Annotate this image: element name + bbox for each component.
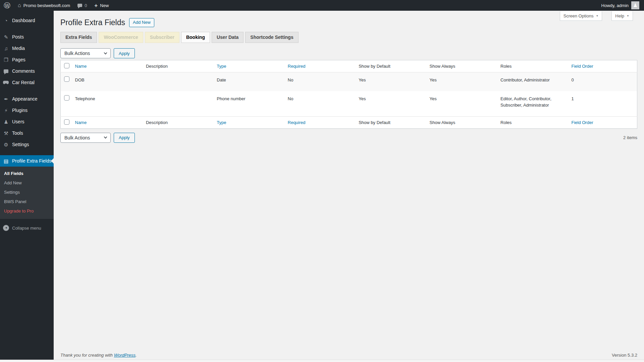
column-header-name[interactable]: Name xyxy=(75,120,87,125)
table-footer: Name Description Type Required Show by D… xyxy=(61,116,637,128)
column-header-field-order[interactable]: Field Order xyxy=(571,120,593,125)
sidebar-item-plugins[interactable]: ⚡ Plugins xyxy=(0,105,54,116)
plus-icon: + xyxy=(94,3,98,8)
profile-extra-fields-icon: ▤ xyxy=(0,159,12,164)
collapse-menu-label: Collapse menu xyxy=(12,226,41,231)
submenu-item-upgrade-to-pro[interactable]: Upgrade to Pro xyxy=(0,206,54,216)
row-checkbox[interactable] xyxy=(64,95,69,101)
select-all-checkbox[interactable] xyxy=(64,119,69,125)
cell-show-always: Yes xyxy=(426,91,497,117)
tab-shortcode-settings[interactable]: Shortcode Settings xyxy=(245,32,298,43)
account-menu[interactable]: Howdy, admin ♟ xyxy=(601,0,644,11)
table-body: DOB Date No Yes Yes Contributor, Adminis… xyxy=(61,72,637,117)
column-header-roles: Roles xyxy=(500,64,512,69)
help-button[interactable]: Help ▼ xyxy=(611,11,633,21)
pages-icon: ❐ xyxy=(0,57,12,62)
bulk-actions-select[interactable]: Bulk Actions xyxy=(60,48,111,58)
sidebar-item-pages[interactable]: ❐ Pages xyxy=(0,54,54,65)
sidebar-item-posts[interactable]: ✎ Posts xyxy=(0,31,54,43)
chevron-down-icon: ▼ xyxy=(596,15,598,17)
screen-meta: Screen Options ▼ Help ▼ xyxy=(560,11,633,21)
collapse-arrow-glyph: ◄ xyxy=(5,227,7,229)
comment-bubble-icon xyxy=(77,4,82,7)
comments-menu[interactable]: 0 xyxy=(74,0,91,11)
column-header-description: Description xyxy=(146,64,168,69)
select-all-checkbox[interactable] xyxy=(64,63,69,68)
column-header-name[interactable]: Name xyxy=(75,64,87,69)
tab-woocommerce[interactable]: WooCommerce xyxy=(99,32,143,43)
collapse-menu-button[interactable]: ◄ Collapse menu xyxy=(0,222,54,234)
row-checkbox[interactable] xyxy=(64,76,69,82)
cell-field-order: 1 xyxy=(568,91,637,117)
sidebar-item-users[interactable]: ♟ Users xyxy=(0,116,54,127)
add-new-button[interactable]: Add New xyxy=(129,18,154,27)
submenu-item-settings[interactable]: Settings xyxy=(0,188,54,197)
footer-thanks: Thank you for creating with WordPress. xyxy=(60,353,137,358)
column-header-field-order[interactable]: Field Order xyxy=(571,64,593,69)
wordpress-logo-menu[interactable]: Ⓦ xyxy=(0,0,14,11)
cell-description xyxy=(143,91,213,117)
cell-field-order: 0 xyxy=(568,72,637,91)
column-header-show-always: Show Always xyxy=(430,120,455,125)
chevron-down-icon: ▼ xyxy=(627,15,629,17)
site-name-menu[interactable]: ⌂ Promo bestwebsoft.com xyxy=(14,0,74,11)
sidebar-item-dashboard[interactable]: ◔ Dashboard xyxy=(0,15,54,26)
table-row: DOB Date No Yes Yes Contributor, Adminis… xyxy=(61,72,637,91)
sidebar-item-label: Profile Extra Fields xyxy=(12,158,51,164)
admin-sidebar: ◔ Dashboard ✎ Posts ♫ Media ❐ Pages Comm… xyxy=(0,11,54,360)
menu-separator xyxy=(0,152,54,154)
screen-options-label: Screen Options xyxy=(564,13,594,18)
wordpress-logo-icon: Ⓦ xyxy=(4,2,10,9)
sidebar-item-profile-extra-fields[interactable]: ▤ Profile Extra Fields xyxy=(0,155,54,167)
column-header-required[interactable]: Required xyxy=(288,64,306,69)
column-header-required[interactable]: Required xyxy=(288,120,306,125)
site-name-label: Promo bestwebsoft.com xyxy=(23,3,70,8)
column-header-show-by-default: Show by Default xyxy=(359,64,390,69)
tab-user-data[interactable]: User Data xyxy=(212,32,244,43)
sidebar-item-car-rental[interactable]: Car Rental xyxy=(0,77,54,88)
new-label: New xyxy=(100,3,109,8)
submenu-item-bws-panel[interactable]: BWS Panel xyxy=(0,197,54,206)
bulk-actions-group: Bulk Actions Apply xyxy=(60,48,135,58)
table-row: Telephone Phone number No Yes Yes Editor… xyxy=(61,91,637,117)
column-header-type[interactable]: Type xyxy=(217,64,226,69)
bulk-actions-selected: Bulk Actions xyxy=(64,51,90,56)
submenu-item-add-new[interactable]: Add New xyxy=(0,178,54,188)
sidebar-item-label: Dashboard xyxy=(12,18,35,23)
sidebar-item-media[interactable]: ♫ Media xyxy=(0,43,54,54)
table-nav-bottom: Bulk Actions Apply 2 items xyxy=(60,133,637,143)
wordpress-link[interactable]: WordPress xyxy=(114,353,136,358)
submenu-item-all-fields[interactable]: All Fields xyxy=(0,169,54,178)
screen-options-button[interactable]: Screen Options ▼ xyxy=(560,11,602,21)
apply-button[interactable]: Apply xyxy=(114,133,135,143)
dashboard-icon: ◔ xyxy=(0,18,12,23)
sidebar-item-label: Car Rental xyxy=(12,80,35,85)
column-header-show-always: Show Always xyxy=(430,64,455,69)
sidebar-item-settings[interactable]: ⚙ Settings xyxy=(0,139,54,150)
apply-button[interactable]: Apply xyxy=(114,48,135,58)
column-header-roles: Roles xyxy=(500,120,512,125)
table-header-row: Name Description Type Required Show by D… xyxy=(61,60,637,72)
sidebar-item-tools[interactable]: ⚒ Tools xyxy=(0,127,54,139)
version-label: Version 5.3.2 xyxy=(612,353,637,358)
footer-thanks-suffix: . xyxy=(136,353,137,358)
help-label: Help xyxy=(615,13,624,18)
tab-subscriber[interactable]: Subscriber xyxy=(145,32,179,43)
cell-show-always: Yes xyxy=(426,72,497,91)
howdy-label: Howdy, admin xyxy=(601,3,629,8)
bulk-actions-select[interactable]: Bulk Actions xyxy=(60,133,111,143)
sidebar-item-label: Media xyxy=(12,46,25,51)
cell-name: Telephone xyxy=(72,91,143,117)
tab-extra-fields[interactable]: Extra Fields xyxy=(60,32,97,43)
horizontal-scrollbar[interactable] xyxy=(0,360,644,362)
tab-booking[interactable]: Booking xyxy=(181,32,210,43)
sidebar-item-label: Settings xyxy=(12,142,29,147)
cell-roles: Contributor, Administrator xyxy=(497,72,568,91)
sidebar-item-comments[interactable]: Comments xyxy=(0,65,54,77)
menu-separator xyxy=(0,90,54,92)
new-content-menu[interactable]: + New xyxy=(91,0,112,11)
sidebar-item-appearance[interactable]: ✒ Appearance xyxy=(0,93,54,105)
column-header-type[interactable]: Type xyxy=(217,120,226,125)
cell-required: No xyxy=(284,72,355,91)
table-nav-top: Bulk Actions Apply xyxy=(60,48,637,58)
